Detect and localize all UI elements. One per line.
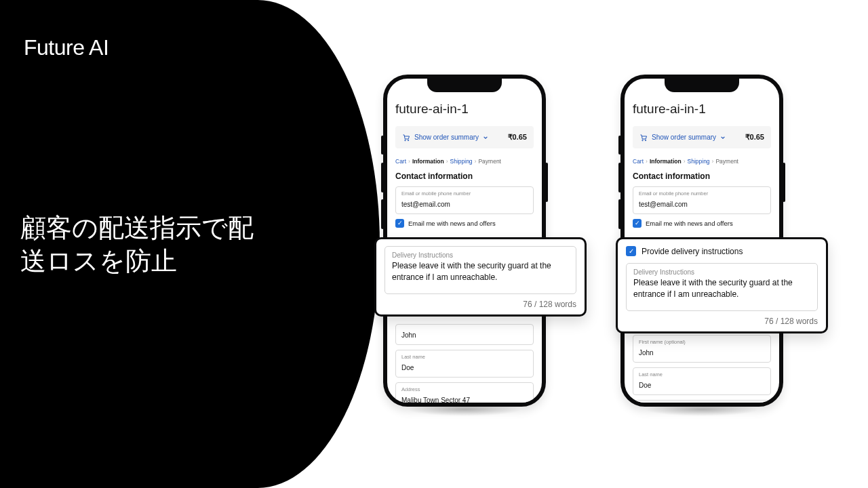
breadcrumb: Cart›Information›Shipping›Payment [633, 158, 771, 165]
crumb-shipping[interactable]: Shipping [450, 158, 473, 165]
brand-title: Future AI [24, 35, 108, 60]
store-name: future-ai-in-1 [633, 102, 771, 117]
checkbox-checked-icon: ✓ [395, 219, 404, 228]
store-name: future-ai-in-1 [395, 102, 534, 117]
breadcrumb: Cart›Information›Shipping›Payment [395, 158, 534, 165]
email-label: Email or mobile phone number [401, 190, 528, 197]
crumb-payment: Payment [478, 158, 501, 165]
delivery-instructions-callout-a: Delivery Instructions Please leave it wi… [374, 237, 587, 317]
chevron-down-icon [720, 135, 726, 140]
order-total: ₹0.65 [745, 133, 764, 142]
provide-instructions-checkbox[interactable]: ✓ Provide delivery instructions [626, 246, 818, 256]
first-name-field[interactable]: First name (optional)John [633, 335, 771, 363]
summary-label: Show order summary [414, 134, 479, 141]
newsletter-checkbox[interactable]: ✓ Email me with news and offers [633, 219, 771, 228]
order-summary-toggle[interactable]: Show order summary ₹0.65 [633, 126, 771, 148]
email-field[interactable]: Email or mobile phone number test@email.… [633, 186, 771, 214]
crumb-cart[interactable]: Cart [633, 158, 644, 165]
word-counter: 76 / 128 words [384, 300, 576, 309]
delivery-instructions-input[interactable]: Delivery Instructions Please leave it wi… [626, 263, 818, 311]
phone-shadow [644, 403, 760, 416]
delivery-instructions-callout-b: ✓ Provide delivery instructions Delivery… [616, 237, 828, 333]
crumb-payment: Payment [715, 158, 738, 165]
cart-icon [402, 134, 410, 142]
last-name-field[interactable]: Last nameDoe [395, 350, 534, 378]
email-field[interactable]: Email or mobile phone number test@email.… [395, 186, 534, 214]
email-label: Email or mobile phone number [639, 190, 765, 197]
contact-heading: Contact information [633, 171, 771, 181]
notch [427, 79, 502, 92]
svg-point-0 [405, 140, 406, 141]
crumb-cart[interactable]: Cart [395, 158, 406, 165]
notch [665, 79, 739, 92]
crumb-information[interactable]: Information [412, 158, 444, 165]
phone-shadow [407, 403, 522, 416]
delivery-instructions-text: Please leave it with the security guard … [392, 260, 569, 289]
crumb-shipping[interactable]: Shipping [688, 158, 710, 165]
summary-label: Show order summary [652, 134, 716, 141]
email-value: test@email.com [639, 201, 688, 208]
delivery-instructions-input[interactable]: Delivery Instructions Please leave it wi… [384, 246, 576, 294]
checkbox-checked-icon: ✓ [633, 219, 642, 228]
crumb-information[interactable]: Information [650, 158, 682, 165]
order-total: ₹0.65 [508, 133, 527, 142]
svg-point-3 [645, 140, 646, 141]
last-name-field[interactable]: Last nameDoe [633, 367, 771, 395]
word-counter: 76 / 128 words [626, 317, 818, 326]
delivery-instructions-label: Delivery Instructions [392, 251, 569, 259]
delivery-instructions-text: Please leave it with the security guard … [633, 277, 810, 306]
summary-left: Show order summary [402, 134, 488, 142]
newsletter-label: Email me with news and offers [408, 220, 496, 227]
address-field[interactable]: AddressMalibu Town Sector 47 [395, 382, 534, 403]
svg-point-1 [408, 140, 409, 141]
svg-point-2 [642, 140, 644, 141]
contact-heading: Contact information [395, 171, 534, 181]
headline: 顧客の配送指示で配送ロスを防止 [20, 211, 278, 279]
first-name-field[interactable]: John [395, 324, 534, 345]
email-value: test@email.com [401, 201, 450, 208]
newsletter-checkbox[interactable]: ✓ Email me with news and offers [395, 219, 534, 228]
summary-left: Show order summary [639, 134, 726, 142]
checkbox-checked-icon: ✓ [626, 246, 636, 256]
order-summary-toggle[interactable]: Show order summary ₹0.65 [395, 126, 534, 148]
provide-instructions-label: Provide delivery instructions [642, 247, 743, 256]
chevron-down-icon [483, 135, 488, 140]
cart-icon [639, 134, 648, 142]
delivery-instructions-label: Delivery Instructions [633, 268, 810, 276]
newsletter-label: Email me with news and offers [646, 220, 733, 227]
